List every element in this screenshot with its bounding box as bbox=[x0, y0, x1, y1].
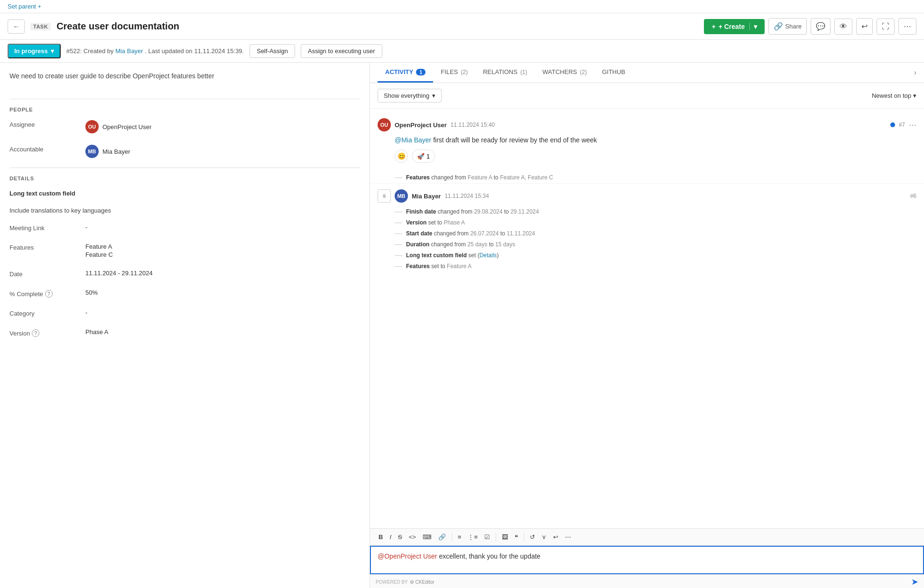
top-bar: Set parent + bbox=[0, 0, 924, 13]
comment-menu-7[interactable]: ⋯ bbox=[909, 121, 916, 130]
page-title: Create user documentation bbox=[56, 21, 698, 32]
redo-button[interactable]: ↩ bbox=[550, 532, 561, 542]
emoji-add-button[interactable]: 😊 bbox=[395, 149, 408, 163]
long-text-label: Long text custom field bbox=[9, 189, 85, 197]
reaction-count: 1 bbox=[426, 153, 430, 160]
bold-button[interactable]: B bbox=[376, 532, 386, 542]
expand-icon: ⛶ bbox=[882, 22, 889, 31]
tab-relations[interactable]: RELATIONS (1) bbox=[475, 63, 535, 83]
activity-badge: 1 bbox=[416, 69, 425, 75]
editor-content[interactable]: @OpenProject User excellent, thank you f… bbox=[370, 546, 924, 574]
percent-value: 50% bbox=[85, 289, 98, 296]
entry-icon-6: ≡ bbox=[378, 189, 391, 203]
send-button[interactable]: ➤ bbox=[911, 577, 918, 587]
ordered-list-button[interactable]: ⋮≡ bbox=[465, 532, 480, 542]
activity-feed: OU OpenProject User 11.11.2024 15:40 #7 … bbox=[370, 109, 924, 528]
features-change: — Features changed from Feature A to Fea… bbox=[370, 172, 924, 183]
category-content: - bbox=[85, 309, 87, 316]
comment-body-7: @Mia Bayer first draft will be ready for… bbox=[378, 136, 916, 144]
format-more-button[interactable]: ⋎ bbox=[539, 532, 549, 542]
bullet-list-button[interactable]: ≡ bbox=[455, 532, 464, 542]
task-list-button[interactable]: ☑ bbox=[481, 532, 493, 542]
meeting-link-label: Meeting Link bbox=[9, 224, 85, 232]
strikethrough-button[interactable]: S bbox=[395, 532, 405, 542]
status-bar: In progress ▾ #522: Created by Mia Bayer… bbox=[0, 40, 924, 63]
accountable-value: MB Mia Bayer bbox=[85, 145, 130, 158]
self-assign-button[interactable]: Self-Assign bbox=[249, 44, 295, 58]
rocket-reaction[interactable]: 🚀 1 bbox=[412, 149, 435, 163]
image-button[interactable]: 🖼 bbox=[499, 532, 511, 542]
expand-button[interactable]: ⛶ bbox=[877, 19, 895, 35]
create-button[interactable]: + + Create ▾ bbox=[704, 19, 765, 34]
toolbar-sep-2 bbox=[496, 533, 496, 541]
meeting-link-value: - bbox=[85, 224, 87, 231]
comment-icon: 💬 bbox=[816, 22, 825, 31]
toolbar-sep-1 bbox=[452, 533, 452, 541]
undo-toolbar-button[interactable]: ↺ bbox=[527, 532, 538, 542]
share-button[interactable]: 🔗 Share bbox=[768, 18, 807, 35]
watch-button[interactable]: 👁 bbox=[834, 19, 852, 35]
back-button[interactable]: ← bbox=[8, 19, 25, 34]
entry-id-6: #6 bbox=[910, 193, 916, 199]
set-parent-link[interactable]: Set parent + bbox=[8, 3, 41, 10]
percent-row: % Complete ? 50% bbox=[9, 287, 360, 299]
toolbar-more-button[interactable]: ⋯ bbox=[562, 532, 574, 542]
right-panel: ACTIVITY 1 FILES (2) RELATIONS (1) WATCH… bbox=[370, 63, 924, 588]
undo-icon: ↩ bbox=[861, 22, 868, 31]
sort-button[interactable]: Newest on top ▾ bbox=[872, 92, 916, 99]
tab-files[interactable]: FILES (2) bbox=[433, 63, 475, 83]
tab-activity[interactable]: ACTIVITY 1 bbox=[378, 63, 433, 83]
date-value: 11.11.2024 - 29.11.2024 bbox=[85, 270, 153, 277]
create-dropdown-arrow[interactable]: ▾ bbox=[749, 23, 757, 30]
italic-button[interactable]: I bbox=[387, 532, 394, 542]
tabs-chevron-icon[interactable]: › bbox=[914, 68, 916, 77]
filter-arrow-icon: ▾ bbox=[432, 92, 435, 99]
category-label: Category bbox=[9, 309, 85, 317]
long-text-content: Include translations to key languages bbox=[9, 207, 111, 214]
status-badge[interactable]: In progress ▾ bbox=[8, 44, 61, 58]
entry-time-6: 11.11.2024 15:34 bbox=[444, 193, 489, 199]
toolbar-sep-3 bbox=[524, 533, 524, 541]
description: We need to create user guide to describe… bbox=[9, 72, 360, 87]
people-section-title: PEOPLE bbox=[9, 107, 360, 112]
quote-button[interactable]: ❝ bbox=[512, 532, 521, 542]
header-bar: ← TASK Create user documentation + + Cre… bbox=[0, 13, 924, 40]
more-button[interactable]: ⋯ bbox=[898, 18, 916, 35]
version-label: Version ? bbox=[9, 328, 85, 337]
comment-icon-button[interactable]: 💬 bbox=[811, 18, 831, 35]
assignee-row: Assignee OU OpenProject User bbox=[9, 118, 360, 135]
version-help-icon[interactable]: ? bbox=[32, 329, 39, 337]
code-button[interactable]: <> bbox=[406, 532, 419, 542]
tab-github[interactable]: GITHUB bbox=[594, 63, 633, 83]
filter-button[interactable]: Show everything ▾ bbox=[378, 89, 442, 103]
entry-header-6: ≡ MB Mia Bayer 11.11.2024 15:34 #6 bbox=[378, 189, 916, 203]
accountable-name: Mia Bayer bbox=[102, 148, 130, 155]
ckeditor-logo: ⚙ CKEditor bbox=[410, 579, 434, 585]
accountable-label: Accountable bbox=[9, 145, 85, 153]
change-bullet: — bbox=[395, 174, 402, 181]
category-value: - bbox=[85, 309, 87, 316]
share-icon: 🔗 bbox=[774, 22, 783, 31]
features-label: Features bbox=[9, 243, 85, 251]
assignee-avatar: OU bbox=[85, 120, 99, 133]
comment-7: OU OpenProject User 11.11.2024 15:40 #7 … bbox=[370, 112, 924, 170]
percent-help-icon[interactable]: ? bbox=[45, 290, 53, 298]
details-link[interactable]: Details bbox=[480, 252, 497, 259]
comment-author-7: OpenProject User bbox=[395, 121, 447, 129]
assign-executing-button[interactable]: Assign to executing user bbox=[301, 44, 382, 58]
finish-date-change: — Finish date changed from 29.08.2024 to… bbox=[378, 206, 916, 217]
date-content: 11.11.2024 - 29.11.2024 bbox=[85, 270, 153, 277]
tab-files-label: FILES bbox=[441, 68, 458, 75]
version-value: Phase A bbox=[85, 328, 108, 336]
meta-text: #522: Created by bbox=[66, 47, 114, 55]
comment-avatar-7: OU bbox=[378, 118, 391, 131]
link-button[interactable]: 🔗 bbox=[435, 532, 449, 542]
code-block-button[interactable]: ⌨ bbox=[420, 532, 434, 542]
editor-mention: @OpenProject User bbox=[378, 552, 437, 560]
undo-button[interactable]: ↩ bbox=[856, 18, 873, 35]
meta-author-link[interactable]: Mia Bayer bbox=[115, 47, 143, 55]
comment-text-7: first draft will be ready for review by … bbox=[433, 136, 597, 144]
tab-watchers[interactable]: WATCHERS (2) bbox=[535, 63, 595, 83]
date-label: Date bbox=[9, 270, 85, 278]
tab-activity-label: ACTIVITY bbox=[385, 68, 413, 75]
